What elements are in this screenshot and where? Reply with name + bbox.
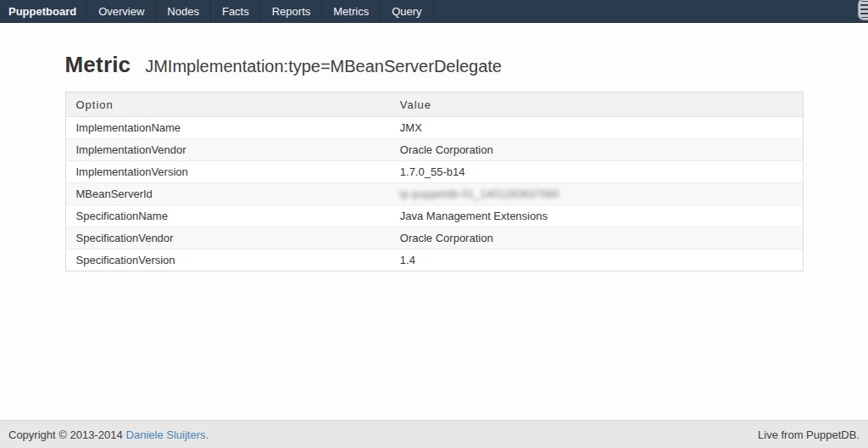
value-cell: ip-puppetdb-01_1401293637580 [390, 183, 803, 205]
footer-copyright: Copyright © 2013-2014Daniele Sluijters. [8, 428, 209, 441]
footer: Copyright © 2013-2014Daniele Sluijters. … [0, 420, 868, 448]
nav-brand-puppetboard[interactable]: Puppetboard [0, 0, 87, 22]
top-navbar: Puppetboard Overview Nodes Facts Reports… [0, 0, 868, 23]
value-cell: 1.4 [390, 249, 803, 272]
footer-status: Live from PuppetDB. [758, 428, 860, 441]
metric-table: Option Value ImplementationNameJMXImplem… [65, 92, 804, 272]
copyright-text: Copyright © 2013-2014 [8, 428, 123, 441]
value-cell: JMX [390, 117, 803, 139]
table-header-row: Option Value [65, 92, 803, 117]
option-cell: ImplementationVendor [65, 139, 390, 161]
nav-item-facts[interactable]: Facts [211, 0, 261, 22]
table-row: SpecificationVersion1.4 [65, 249, 803, 272]
nav-item-query[interactable]: Query [381, 0, 433, 22]
value-cell: Oracle Corporation [390, 227, 803, 249]
value-cell: Oracle Corporation [390, 139, 803, 161]
table-row: MBeanServerIdip-puppetdb-01_140129363758… [65, 183, 803, 205]
value-cell: 1.7.0_55-b14 [390, 161, 803, 183]
table-row: ImplementationVersion1.7.0_55-b14 [65, 161, 803, 183]
option-cell: SpecificationVersion [65, 249, 390, 272]
column-header-value: Value [390, 92, 803, 117]
nav-item-reports[interactable]: Reports [261, 0, 323, 22]
author-link[interactable]: Daniele Sluijters. [126, 428, 209, 441]
option-cell: ImplementationName [65, 117, 390, 139]
value-cell: Java Management Extensions [390, 205, 803, 227]
option-cell: SpecificationVendor [65, 227, 390, 249]
page-title-metric-name: JMImplementation:type=MBeanServerDelegat… [145, 57, 502, 76]
option-cell: MBeanServerId [65, 183, 390, 205]
main-content: Metric JMImplementation:type=MBeanServer… [0, 23, 868, 420]
scrollbar-thumb[interactable] [858, 0, 868, 20]
puppetboard-app: Puppetboard Overview Nodes Facts Reports… [0, 0, 868, 448]
column-header-option: Option [65, 92, 390, 117]
option-cell: ImplementationVersion [65, 161, 390, 183]
nav-item-overview[interactable]: Overview [87, 0, 156, 22]
nav-item-nodes[interactable]: Nodes [156, 0, 211, 22]
nav-item-metrics[interactable]: Metrics [322, 0, 381, 22]
redacted-value: ip-puppetdb-01_1401293637580 [400, 188, 559, 200]
option-cell: SpecificationName [65, 205, 390, 227]
table-row: ImplementationVendorOracle Corporation [65, 139, 803, 161]
table-row: SpecificationNameJava Management Extensi… [65, 205, 803, 227]
metric-table-body: ImplementationNameJMXImplementationVendo… [65, 117, 803, 272]
table-row: SpecificationVendorOracle Corporation [65, 227, 803, 249]
table-row: ImplementationNameJMX [65, 117, 803, 139]
page-title-main: Metric [65, 52, 131, 77]
page-title: Metric JMImplementation:type=MBeanServer… [65, 48, 804, 78]
